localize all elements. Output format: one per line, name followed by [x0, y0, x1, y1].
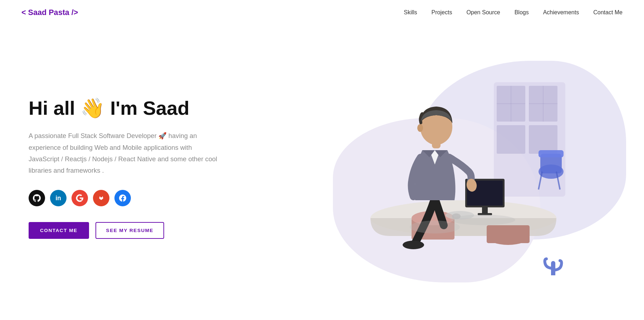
- social-icons-row: in: [29, 190, 243, 206]
- nav-contact[interactable]: Contact Me: [593, 9, 623, 15]
- navbar: < Saad Pasta /> Skills Projects Open Sou…: [0, 0, 644, 25]
- see-resume-button[interactable]: SEE MY RESUME: [95, 222, 164, 239]
- hero-section: Hi all 👋 I'm Saad A passionate Full Stac…: [0, 25, 644, 304]
- hero-title: Hi all 👋 I'm Saad: [29, 97, 243, 120]
- nav-projects[interactable]: Projects: [432, 9, 452, 15]
- svg-point-33: [451, 215, 515, 225]
- nav-skills[interactable]: Skills: [404, 9, 417, 15]
- svg-rect-3: [497, 125, 525, 154]
- hero-left: Hi all 👋 I'm Saad A passionate Full Stac…: [29, 97, 243, 239]
- svg-rect-22: [482, 207, 488, 214]
- contact-me-button[interactable]: CONTACT ME: [29, 222, 89, 239]
- github-icon[interactable]: [29, 190, 45, 206]
- wave-emoji: 👋: [80, 97, 105, 120]
- nav-links: Skills Projects Open Source Blogs Achiev…: [404, 9, 623, 16]
- desk-illustration: [358, 61, 580, 275]
- nav-opensource[interactable]: Open Source: [466, 9, 500, 15]
- nav-achievements[interactable]: Achievements: [543, 9, 579, 15]
- greeting-text: Hi all: [29, 97, 80, 119]
- hero-buttons: CONTACT ME SEE MY RESUME: [29, 222, 243, 239]
- nav-logo[interactable]: < Saad Pasta />: [21, 8, 78, 17]
- svg-rect-19: [487, 225, 530, 243]
- svg-rect-11: [539, 150, 564, 157]
- nav-blogs[interactable]: Blogs: [515, 9, 529, 15]
- svg-rect-4: [529, 125, 557, 154]
- hero-description: A passionate Full Stack Software Develop…: [29, 130, 222, 176]
- svg-point-30: [417, 124, 423, 132]
- svg-point-34: [410, 221, 460, 233]
- illustration-svg: [358, 61, 580, 275]
- svg-point-26: [403, 241, 424, 249]
- gitlab-icon[interactable]: [93, 190, 109, 206]
- google-icon[interactable]: [72, 190, 88, 206]
- facebook-icon[interactable]: [114, 190, 131, 206]
- hero-illustration: [322, 46, 616, 290]
- name-text: I'm Saad: [105, 97, 190, 119]
- linkedin-icon[interactable]: in: [50, 190, 67, 206]
